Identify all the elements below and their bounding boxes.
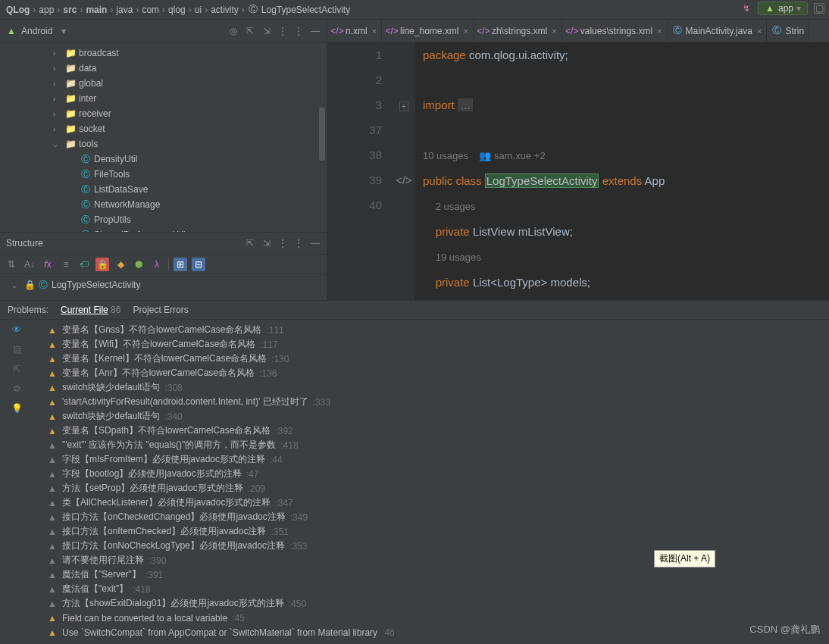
- fold-icon[interactable]: +: [399, 102, 408, 111]
- tree-item[interactable]: ⒸNetworkManage: [0, 197, 327, 212]
- lambda-icon[interactable]: λ: [150, 258, 164, 271]
- line-number[interactable]: 38: [327, 142, 382, 167]
- settings-icon[interactable]: ⋮: [293, 238, 304, 249]
- line-number[interactable]: 40: [327, 192, 382, 217]
- problem-item[interactable]: ▲Use `SwitchCompat` from AppCompat or `S…: [33, 625, 829, 639]
- line-number[interactable]: 3: [327, 92, 382, 117]
- problem-item[interactable]: ▲魔法值【"exit"】 :418: [33, 582, 829, 596]
- expand-all-icon[interactable]: ⊞: [174, 258, 187, 271]
- tree-item[interactable]: ›📁data: [0, 61, 327, 76]
- device-icon[interactable]: ▢: [814, 3, 824, 14]
- tree-item[interactable]: ⒸDensityUtil: [0, 152, 327, 167]
- tree-item[interactable]: ›📁socket: [0, 121, 327, 136]
- line-number[interactable]: 2: [327, 67, 382, 92]
- close-icon[interactable]: ×: [757, 27, 762, 36]
- structure-tree[interactable]: ⌵ 🔒 Ⓒ LogTypeSelectActivity: [0, 274, 327, 295]
- problem-item[interactable]: ▲接口方法【onCheckedChanged】必须使用javadoc注释 :34…: [33, 510, 829, 524]
- code-line[interactable]: 10 usages 👥 sam.xue +2: [423, 142, 829, 168]
- problem-item[interactable]: ▲类【AllCheckListener】必须使用javadoc形式的注释 :34…: [33, 496, 829, 510]
- problem-item[interactable]: ▲'startActivityForResult(android.content…: [33, 395, 829, 409]
- filter-icon[interactable]: ⚙: [11, 383, 22, 394]
- settings-icon[interactable]: ⋮: [293, 26, 304, 36]
- outline-icon[interactable]: ▤: [11, 344, 22, 355]
- code-line[interactable]: private List<LogType> models;: [423, 270, 829, 295]
- tree-item[interactable]: ›📁inter: [0, 91, 327, 106]
- breadcrumb-item[interactable]: ui: [195, 5, 202, 15]
- close-icon[interactable]: ×: [657, 27, 662, 36]
- minimize-icon[interactable]: —: [310, 238, 321, 249]
- eye-icon[interactable]: 👁: [11, 324, 22, 335]
- problem-item[interactable]: ▲接口方法【onItemChecked】必须使用javadoc注释 :351: [33, 524, 829, 539]
- code-line[interactable]: import ...: [423, 92, 829, 117]
- line-number[interactable]: 1: [327, 42, 382, 67]
- code-line[interactable]: 19 usages: [423, 244, 829, 270]
- alpha-sort-icon[interactable]: A↓: [23, 258, 36, 271]
- tree-item[interactable]: ›📁global: [0, 76, 327, 91]
- problem-item[interactable]: ▲switch块缺少default语句 :340: [33, 409, 829, 424]
- breadcrumb-item[interactable]: src: [63, 5, 77, 15]
- problem-item[interactable]: ▲'"exit"' 应该作为方法 "equals()"的调用方，而不是参数 :4…: [33, 438, 829, 452]
- problem-item[interactable]: ▲Field can be converted to a local varia…: [33, 611, 829, 625]
- problem-item[interactable]: ▲魔法值【"Server"】 :391: [33, 567, 829, 582]
- target-icon[interactable]: ◎: [228, 26, 239, 36]
- bug-icon[interactable]: ⬢: [132, 258, 145, 271]
- problem-item[interactable]: ▲方法【showExitDialog01】必须使用javadoc形式的注释 :4…: [33, 596, 829, 611]
- editor-tab[interactable]: </>values\strings.xml×: [562, 20, 668, 42]
- problem-item[interactable]: ▲方法【setProp】必须使用javadoc形式的注释 :209: [33, 481, 829, 496]
- scrollbar[interactable]: [319, 108, 325, 161]
- editor-tab[interactable]: ⒸStrin: [767, 20, 809, 42]
- diamond-icon[interactable]: ◆: [114, 258, 127, 271]
- line-number[interactable]: 39: [327, 167, 382, 192]
- close-icon[interactable]: ×: [552, 27, 556, 36]
- breadcrumb-item[interactable]: com: [142, 5, 159, 15]
- problem-item[interactable]: ▲变量名【SDpath】不符合lowerCamelCase命名风格 :392: [33, 424, 829, 438]
- code-line[interactable]: [423, 67, 829, 92]
- breadcrumb-item[interactable]: QLog: [6, 5, 30, 15]
- collapse-icon[interactable]: ⇲: [261, 26, 272, 36]
- sort-icon[interactable]: ⇅: [5, 258, 18, 271]
- problems-tab-errors[interactable]: Project Errors: [133, 305, 188, 315]
- code-line[interactable]: private ListView mListView;: [423, 219, 829, 244]
- breadcrumb[interactable]: QLog›app›src›main›java›com›qlog›ui›activ…: [0, 0, 829, 20]
- editor-tabs[interactable]: </>n.xml×</>line_home.xml×</>zh\strings.…: [327, 20, 829, 42]
- breadcrumb-item[interactable]: activity: [211, 5, 239, 15]
- tree-item[interactable]: ⒸSharedPreferencesUtil: [0, 227, 327, 232]
- minimize-icon[interactable]: —: [310, 26, 321, 36]
- editor-tab[interactable]: ⒸMainActivity.java×: [668, 20, 768, 42]
- close-icon[interactable]: ×: [372, 27, 377, 36]
- func-icon[interactable]: fx: [41, 258, 55, 271]
- tag-icon[interactable]: 🏷: [77, 258, 91, 271]
- tree-item[interactable]: ⒸFileTools: [0, 167, 327, 182]
- line-number[interactable]: 37: [327, 117, 382, 142]
- collapse-icon[interactable]: ⇲: [261, 238, 272, 249]
- problems-list[interactable]: ▲变量名【Gnss】不符合lowerCamelCase命名风格 :111▲变量名…: [33, 320, 829, 644]
- problem-item[interactable]: ▲变量名【Wifi】不符合lowerCamelCase命名风格 :117: [33, 337, 829, 352]
- expand-icon[interactable]: ⇱: [245, 26, 255, 36]
- collapse-all-icon[interactable]: ⊟: [192, 258, 205, 271]
- expand-icon[interactable]: ⇱: [11, 364, 22, 374]
- tree-item[interactable]: ⒸListDataSave: [0, 182, 327, 197]
- override-icon[interactable]: </>: [396, 174, 412, 186]
- code-line[interactable]: public class LogTypeSelectActivity exten…: [423, 168, 829, 193]
- code-line[interactable]: [423, 117, 829, 142]
- problem-item[interactable]: ▲switch块缺少default语句 :308: [33, 380, 829, 395]
- breadcrumb-item[interactable]: LogTypeSelectActivity: [261, 5, 350, 15]
- breadcrumb-item[interactable]: qlog: [168, 5, 186, 15]
- project-title[interactable]: Android: [21, 26, 52, 36]
- problem-item[interactable]: ▲字段【mIsFromItem】必须使用javadoc形式的注释 :44: [33, 452, 829, 467]
- code-line[interactable]: 2 usages: [423, 193, 829, 219]
- problems-tab-current[interactable]: Current File 86: [61, 305, 120, 315]
- tree-item[interactable]: ⒸPropUtils: [0, 212, 327, 227]
- breadcrumb-item[interactable]: main: [86, 5, 107, 15]
- tree-item[interactable]: ›📁receiver: [0, 106, 327, 121]
- bulb-icon[interactable]: 💡: [11, 403, 22, 414]
- problem-item[interactable]: ▲变量名【Anr】不符合lowerCamelCase命名风格 :136: [33, 366, 829, 380]
- list-icon[interactable]: ≡: [59, 258, 73, 271]
- run-config-selector[interactable]: ▲ app ▾: [758, 2, 808, 15]
- editor-tab[interactable]: </>zh\strings.xml×: [474, 20, 562, 42]
- expand-icon[interactable]: ⇱: [245, 238, 255, 249]
- breadcrumb-item[interactable]: java: [116, 5, 133, 15]
- problem-item[interactable]: ▲字段【bootlog】必须使用javadoc形式的注释 :47: [33, 467, 829, 481]
- tree-item[interactable]: ⌵📁tools: [0, 136, 327, 152]
- problem-item[interactable]: ▲变量名【Gnss】不符合lowerCamelCase命名风格 :111: [33, 323, 829, 337]
